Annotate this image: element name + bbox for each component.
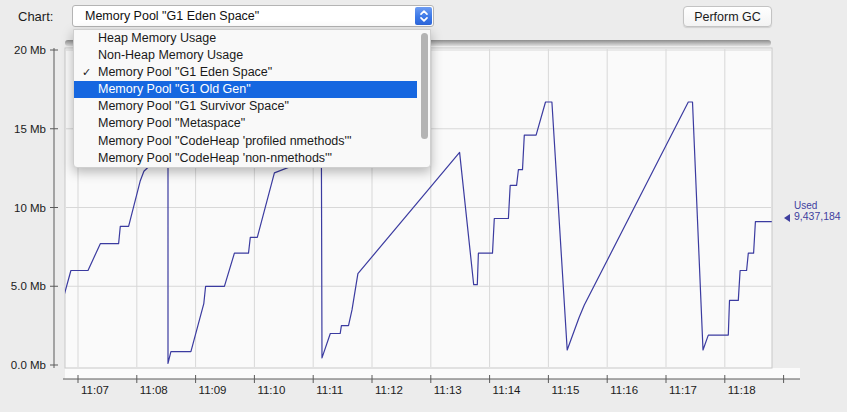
y-axis-tick-label: 10 Mb (14, 202, 46, 214)
menu-item-codeheap-profiled-nmethods[interactable]: Memory Pool "CodeHeap 'profiled nmethods… (74, 133, 430, 150)
x-axis-tick-label: 11:07 (81, 384, 109, 396)
chart-pool-menu: Heap Memory Usage Non-Heap Memory Usage … (73, 29, 431, 168)
x-axis-tick-label: 11:17 (669, 384, 697, 396)
y-axis-tick-label: 20 Mb (14, 44, 46, 56)
x-axis-tick-label: 11:15 (551, 384, 579, 396)
menu-item-heap-memory-usage[interactable]: Heap Memory Usage (74, 30, 430, 47)
menu-item-g1-eden-space[interactable]: ✓ Memory Pool "G1 Eden Space" (74, 64, 430, 81)
used-value-marker: Used 9,437,184 (784, 200, 847, 222)
x-axis-tick-label: 11:11 (316, 384, 343, 396)
checkmark-icon: ✓ (82, 64, 91, 81)
y-axis-tick-label: 0.0 Mb (11, 359, 46, 371)
x-axis-tick-label: 11:13 (434, 384, 462, 396)
x-axis-tick-label: 11:09 (199, 384, 227, 396)
y-axis-tick-label: 15 Mb (14, 123, 46, 135)
x-axis-tick-label: 11:16 (610, 384, 638, 396)
x-axis-tick-label: 11:10 (257, 384, 285, 396)
y-axis-tick-label: 5.0 Mb (11, 280, 46, 292)
memory-monitor-window: Chart: Memory Pool "G1 Eden Space" Perfo… (0, 0, 847, 412)
x-axis-tick-label: 11:08 (140, 384, 168, 396)
menu-item-metaspace[interactable]: Memory Pool "Metaspace" (74, 115, 430, 132)
menu-item-codeheap-non-nmethods[interactable]: Memory Pool "CodeHeap 'non-nmethods'" (74, 150, 430, 167)
left-arrow-icon (784, 214, 790, 222)
axis-margin-strip (65, 368, 800, 379)
menu-scrollbar-thumb[interactable] (421, 33, 428, 139)
x-axis-tick-label: 11:18 (728, 384, 756, 396)
menu-item-g1-old-gen[interactable]: Memory Pool "G1 Old Gen" (74, 81, 417, 98)
x-axis-tick-label: 11:12 (375, 384, 403, 396)
menu-item-non-heap-memory-usage[interactable]: Non-Heap Memory Usage (74, 47, 430, 64)
used-marker-value: 9,437,184 (794, 211, 847, 222)
x-axis-tick-label: 11:14 (493, 384, 522, 396)
menu-item-g1-survivor-space[interactable]: Memory Pool "G1 Survivor Space" (74, 98, 430, 115)
